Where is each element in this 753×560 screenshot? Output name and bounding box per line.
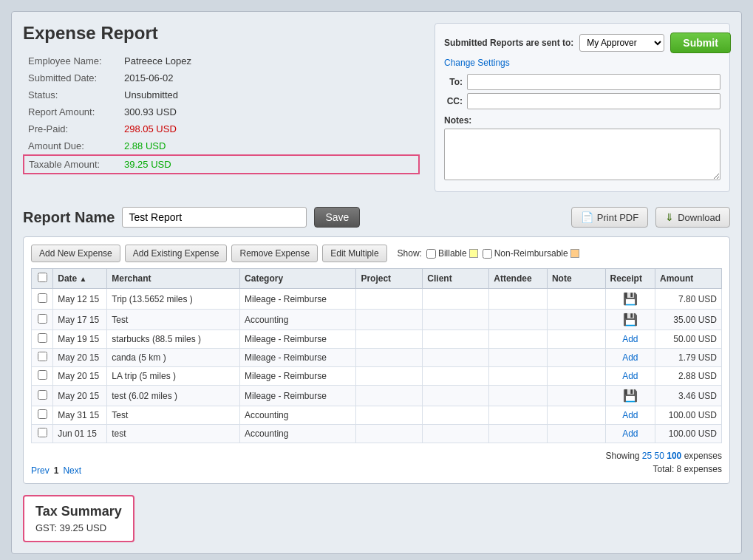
row-category: Mileage - Reimburse	[240, 330, 356, 349]
row-attendee	[489, 425, 548, 443]
row-checkbox-cell[interactable]	[32, 330, 53, 349]
receipt-icon[interactable]: 💾	[623, 389, 638, 402]
receipt-cell[interactable]: Add	[605, 367, 655, 386]
next-page-link[interactable]: Next	[63, 465, 81, 476]
download-button[interactable]: ⇓ Download	[655, 207, 730, 228]
row-project	[356, 330, 423, 349]
th-project[interactable]: Project	[356, 269, 423, 289]
row-note	[547, 425, 605, 443]
row-merchant: Trip (13.5652 miles )	[107, 289, 240, 310]
remove-expense-button[interactable]: Remove Expense	[231, 245, 318, 262]
row-checkbox[interactable]	[38, 333, 47, 343]
row-checkbox-cell[interactable]	[32, 425, 53, 443]
th-amount[interactable]: Amount	[655, 269, 722, 289]
change-settings-link[interactable]: Change Settings	[444, 58, 720, 68]
row-client	[423, 386, 489, 406]
row-attendee	[489, 330, 548, 349]
row-checkbox[interactable]	[38, 314, 47, 324]
select-all-checkbox[interactable]	[38, 273, 47, 282]
row-note	[547, 406, 605, 425]
report-name-input[interactable]	[122, 207, 307, 228]
row-checkbox[interactable]	[38, 293, 47, 303]
row-attendee	[489, 349, 548, 367]
th-attendee[interactable]: Attendee	[489, 269, 548, 289]
row-date: May 20 15	[53, 349, 107, 367]
non-reimbursable-checkbox[interactable]	[483, 249, 492, 259]
billable-checkbox-label[interactable]: Billable	[426, 248, 478, 259]
row-project	[356, 425, 423, 443]
page-size-100[interactable]: 100	[667, 451, 681, 461]
row-note	[547, 330, 605, 349]
add-receipt-link[interactable]: Add	[622, 352, 638, 363]
sort-arrow-date: ▲	[80, 275, 87, 283]
taxable-amount-value: 39.25 USD	[120, 155, 419, 174]
pagination-left: Prev 1 Next	[31, 465, 81, 476]
th-category[interactable]: Category	[240, 269, 356, 289]
page-size-25[interactable]: 25	[642, 451, 652, 461]
row-amount: 100.00 USD	[655, 425, 722, 443]
prev-page-link[interactable]: Prev	[31, 465, 50, 476]
row-client	[423, 425, 489, 443]
th-receipt[interactable]: Receipt	[605, 269, 655, 289]
row-date: May 17 15	[53, 310, 107, 330]
th-client[interactable]: Client	[423, 269, 489, 289]
row-note	[547, 349, 605, 367]
row-checkbox-cell[interactable]	[32, 386, 53, 406]
submit-button[interactable]: Submit	[670, 33, 730, 53]
row-merchant: starbucks (88.5 miles )	[107, 330, 240, 349]
th-date[interactable]: Date ▲	[53, 269, 107, 289]
add-new-expense-button[interactable]: Add New Expense	[31, 245, 120, 262]
status-value: Unsubmitted	[120, 86, 419, 103]
th-merchant[interactable]: Merchant	[107, 269, 240, 289]
row-checkbox-cell[interactable]	[32, 406, 53, 425]
status-label: Status:	[24, 86, 120, 103]
row-project	[356, 367, 423, 386]
add-receipt-link[interactable]: Add	[622, 371, 638, 381]
row-checkbox-cell[interactable]	[32, 367, 53, 386]
to-input[interactable]	[467, 74, 720, 90]
receipt-icon[interactable]: 💾	[623, 313, 638, 326]
row-attendee	[489, 406, 548, 425]
prepaid-label: Pre-Paid:	[24, 120, 120, 137]
current-page: 1	[54, 465, 59, 476]
non-reimbursable-checkbox-label[interactable]: Non-Reimbursable	[483, 248, 579, 259]
print-pdf-button[interactable]: 📄 Print PDF	[571, 207, 648, 228]
page-size-50[interactable]: 50	[655, 451, 664, 461]
cc-input[interactable]	[467, 93, 720, 109]
row-merchant: LA trip (5 miles )	[107, 367, 240, 386]
receipt-cell[interactable]: 💾	[605, 289, 655, 310]
row-checkbox[interactable]	[38, 428, 47, 437]
add-receipt-link[interactable]: Add	[622, 334, 638, 344]
save-button[interactable]: Save	[314, 207, 360, 228]
row-checkbox[interactable]	[38, 390, 47, 400]
add-existing-expense-button[interactable]: Add Existing Expense	[125, 245, 228, 262]
info-row-status: Status: Unsubmitted	[24, 86, 419, 103]
edit-multiple-button[interactable]: Edit Multiple	[322, 245, 386, 262]
receipt-cell[interactable]: Add	[605, 425, 655, 443]
receipt-cell[interactable]: 💾	[605, 386, 655, 406]
add-receipt-link[interactable]: Add	[622, 410, 638, 420]
receipt-cell[interactable]: 💾	[605, 310, 655, 330]
th-note[interactable]: Note	[547, 269, 605, 289]
row-amount: 50.00 USD	[655, 330, 722, 349]
approver-select[interactable]: My Approver Other Approver	[579, 34, 664, 52]
row-amount: 1.79 USD	[655, 349, 722, 367]
receipt-cell[interactable]: Add	[605, 406, 655, 425]
row-checkbox-cell[interactable]	[32, 289, 53, 310]
notes-textarea[interactable]	[444, 129, 720, 180]
receipt-cell[interactable]: Add	[605, 330, 655, 349]
pdf-icon: 📄	[581, 211, 593, 223]
row-checkbox-cell[interactable]	[32, 310, 53, 330]
submitted-date-label: Submitted Date:	[24, 69, 120, 86]
main-container: Expense Report Employee Name: Patreece L…	[11, 11, 742, 554]
row-checkbox[interactable]	[38, 370, 47, 380]
row-checkbox-cell[interactable]	[32, 349, 53, 367]
receipt-cell[interactable]: Add	[605, 349, 655, 367]
expense-data-table: Date ▲ Merchant Category Project Client …	[31, 268, 722, 443]
amount-due-value: 2.88 USD	[120, 137, 419, 155]
row-checkbox[interactable]	[38, 352, 47, 361]
billable-checkbox[interactable]	[426, 249, 436, 259]
row-checkbox[interactable]	[38, 409, 47, 419]
add-receipt-link[interactable]: Add	[622, 428, 638, 439]
receipt-icon[interactable]: 💾	[623, 293, 638, 305]
